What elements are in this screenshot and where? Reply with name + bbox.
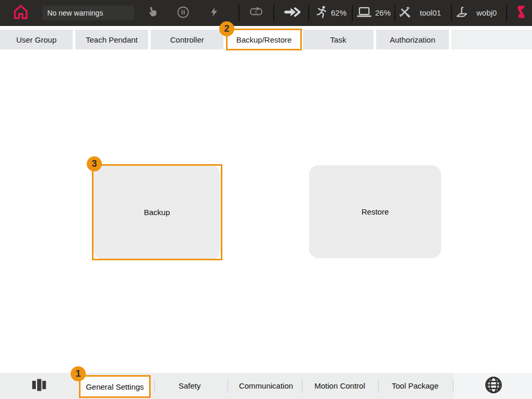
warning-status-text: No new warnings <box>47 9 103 17</box>
bottom-nav-tool-package[interactable]: Tool Package <box>374 373 457 399</box>
topbar-divider <box>394 5 395 21</box>
tool-selector[interactable] <box>398 6 411 20</box>
robot-status-button[interactable] <box>514 5 528 21</box>
tab-task[interactable]: Task <box>303 30 374 49</box>
topbar-divider <box>273 5 274 21</box>
backup-restore-panel: Backup Restore <box>0 49 532 373</box>
topbar-divider <box>352 5 353 21</box>
columns-menu-icon <box>31 377 47 395</box>
tab-bar-filler <box>451 30 532 49</box>
tab-teach-pendant[interactable]: Teach Pendant <box>75 30 148 49</box>
lightning-bolt-icon <box>208 6 220 20</box>
topbar-divider <box>308 5 309 21</box>
topbar-divider <box>506 5 507 21</box>
hand-icon <box>144 4 161 22</box>
speed-value: 62% <box>331 0 347 26</box>
wobj-selector[interactable] <box>455 6 469 20</box>
tool-name: tool01 <box>420 0 441 26</box>
running-person-icon <box>316 5 328 21</box>
bottom-divider <box>453 379 454 393</box>
step-badge-2: 2 <box>219 21 234 36</box>
laptop-icon <box>357 6 371 20</box>
nav-menu-button[interactable] <box>31 378 47 394</box>
power-button[interactable] <box>207 6 221 20</box>
system-load-value: 26% <box>375 0 391 26</box>
language-button[interactable] <box>484 377 503 395</box>
backup-button[interactable]: Backup <box>94 165 220 259</box>
bottom-nav-safety[interactable]: Safety <box>158 373 221 399</box>
globe-icon <box>484 376 503 396</box>
bottom-divider <box>154 379 155 393</box>
restore-button[interactable]: Restore <box>309 165 441 258</box>
robot-arm-icon <box>514 4 528 22</box>
step-run-button[interactable] <box>283 7 302 19</box>
bottom-nav-general-settings[interactable]: General Settings <box>79 375 151 398</box>
warning-status-box[interactable]: No new warnings <box>43 6 134 20</box>
topbar-divider <box>451 5 452 21</box>
tools-icon <box>398 6 411 20</box>
loop-once-button[interactable]: 1 <box>248 6 264 20</box>
tab-authorization[interactable]: Authorization <box>376 30 449 49</box>
settings-tab-bar: User Group Teach Pendant Controller Back… <box>0 30 532 49</box>
work-object-pin-icon <box>456 5 468 21</box>
pause-icon <box>177 6 190 21</box>
loop-once-icon: 1 <box>248 6 264 21</box>
speed-indicator[interactable] <box>315 6 329 20</box>
top-status-bar: No new warnings <box>0 0 532 26</box>
wobj-name: wobj0 <box>476 0 497 26</box>
step-badge-3: 3 <box>87 156 102 171</box>
step-badge-1: 1 <box>71 366 86 381</box>
home-icon <box>12 3 30 23</box>
home-button[interactable] <box>11 4 30 22</box>
tab-user-group[interactable]: User Group <box>0 30 73 49</box>
bottom-nav-motion-control[interactable]: Motion Control <box>298 373 381 399</box>
tab-backup-restore[interactable]: Backup/Restore <box>228 30 300 49</box>
system-load-indicator[interactable] <box>356 7 372 19</box>
hand-guide-button[interactable] <box>146 6 159 20</box>
teach-pendant-screen: No new warnings <box>0 0 532 399</box>
pause-button[interactable] <box>176 6 190 20</box>
tab-controller[interactable]: Controller <box>151 30 223 49</box>
bottom-nav-communication[interactable]: Communication <box>224 373 308 399</box>
topbar-divider <box>238 5 240 21</box>
fast-forward-arrow-icon <box>284 6 301 20</box>
svg-text:1: 1 <box>255 9 258 15</box>
